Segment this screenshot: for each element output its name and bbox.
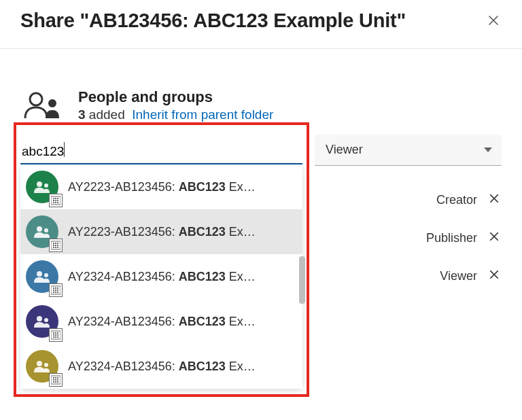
svg-point-27 [44,273,48,277]
building-icon [49,239,63,252]
search-column: AY2223-AB123456: ABC123 Ex…AY2223-AB1234… [20,135,302,389]
svg-rect-60 [55,381,56,383]
section-label: People and groups [78,88,273,106]
search-result-option[interactable]: AY2223-AB123456: ABC123 Ex… [20,164,302,209]
svg-rect-8 [53,200,54,201]
members-list: CreatorPublisherViewer [315,181,502,295]
svg-rect-11 [53,202,54,203]
search-row: AY2223-AB123456: ABC123 Ex…AY2223-AB1234… [20,135,502,389]
svg-rect-25 [57,247,58,248]
svg-rect-46 [57,334,58,336]
svg-rect-18 [55,243,56,244]
search-result-option[interactable]: AY2223-AB123456: ABC123 Ex… [20,209,302,254]
search-result-label: AY2324-AB123456: ABC123 Ex… [68,360,256,374]
svg-point-26 [37,271,42,277]
added-label: added [89,107,125,122]
svg-rect-19 [57,243,58,244]
svg-rect-48 [55,336,56,338]
search-result-label: AY2223-AB123456: ABC123 Ex… [68,180,256,194]
svg-rect-23 [53,247,54,248]
member-role: Viewer [440,269,477,283]
svg-rect-9 [55,200,56,201]
group-icon [26,350,58,383]
search-results-dropdown[interactable]: AY2223-AB123456: ABC123 Ex…AY2223-AB1234… [20,164,302,389]
svg-rect-44 [53,334,54,336]
group-icon [26,260,58,293]
svg-rect-56 [53,379,54,381]
svg-rect-36 [55,292,56,293]
svg-rect-5 [53,198,54,199]
member-row: Viewer [315,257,502,295]
people-icon [20,91,65,120]
svg-rect-33 [55,290,56,291]
svg-rect-59 [53,381,54,383]
svg-rect-20 [53,245,54,246]
role-column: Viewer CreatorPublisherViewer [315,135,502,295]
dialog-header: Share "AB123456: ABC123 Example Unit" [0,0,522,49]
svg-point-1 [48,99,56,107]
member-role: Publisher [426,231,477,245]
svg-point-3 [44,183,48,188]
svg-rect-6 [55,198,56,199]
inherit-link[interactable]: Inherit from parent folder [132,107,273,122]
search-result-label: AY2324-AB123456: ABC123 Ex… [68,315,256,329]
svg-rect-24 [55,247,56,248]
svg-point-51 [44,363,48,367]
svg-rect-21 [55,245,56,246]
close-icon[interactable] [485,12,502,31]
svg-rect-31 [57,287,58,289]
svg-rect-7 [57,198,58,199]
search-result-label: AY2324-AB123456: ABC123 Ex… [68,270,256,284]
building-icon [49,194,63,207]
svg-rect-34 [57,290,58,291]
building-icon [49,328,63,342]
search-input-wrap[interactable] [20,135,302,164]
svg-rect-57 [55,379,56,381]
section-heading: People and groups 3 added Inherit from p… [20,88,502,122]
svg-rect-53 [53,377,54,379]
svg-rect-30 [55,287,56,289]
group-icon [26,215,58,248]
dialog-title: Share "AB123456: ABC123 Example Unit" [20,10,406,32]
role-select[interactable]: Viewer [315,135,502,166]
chevron-down-icon [484,147,492,152]
svg-rect-45 [55,334,56,336]
svg-rect-37 [57,292,58,293]
group-icon [26,305,58,338]
svg-point-0 [30,93,42,105]
svg-rect-35 [53,292,54,293]
svg-rect-49 [57,336,58,338]
dialog-content: People and groups 3 added Inherit from p… [0,49,522,389]
svg-point-14 [37,226,42,232]
building-icon [49,283,63,297]
remove-member-icon[interactable] [487,191,502,209]
scrollbar-thumb[interactable] [299,256,305,304]
section-subline: 3 added Inherit from parent folder [78,107,273,122]
member-role: Creator [436,193,477,207]
svg-point-50 [37,361,42,366]
remove-member-icon[interactable] [487,267,502,285]
svg-rect-41 [53,332,54,334]
svg-point-39 [44,318,48,322]
search-result-option[interactable]: AY2324-AB123456: ABC123 Ex… [20,254,302,299]
svg-rect-47 [53,336,54,338]
added-count: 3 [78,107,86,122]
svg-rect-61 [57,381,58,383]
svg-rect-43 [57,332,58,334]
svg-rect-58 [57,379,58,381]
search-result-label: AY2223-AB123456: ABC123 Ex… [68,225,256,239]
dropdown-scrollbar[interactable] [299,164,305,389]
svg-rect-22 [57,245,58,246]
remove-member-icon[interactable] [487,229,502,247]
svg-rect-17 [53,243,54,244]
share-dialog: Share "AB123456: ABC123 Example Unit" Pe… [0,0,522,420]
building-icon [49,373,63,387]
svg-rect-32 [53,290,54,291]
svg-point-38 [37,316,42,321]
member-row: Creator [315,181,502,219]
svg-rect-12 [55,202,56,203]
member-row: Publisher [315,219,502,257]
svg-rect-55 [57,377,58,379]
search-result-option[interactable]: AY2324-AB123456: ABC123 Ex… [20,299,302,344]
search-result-option[interactable]: AY2324-AB123456: ABC123 Ex… [20,344,302,389]
